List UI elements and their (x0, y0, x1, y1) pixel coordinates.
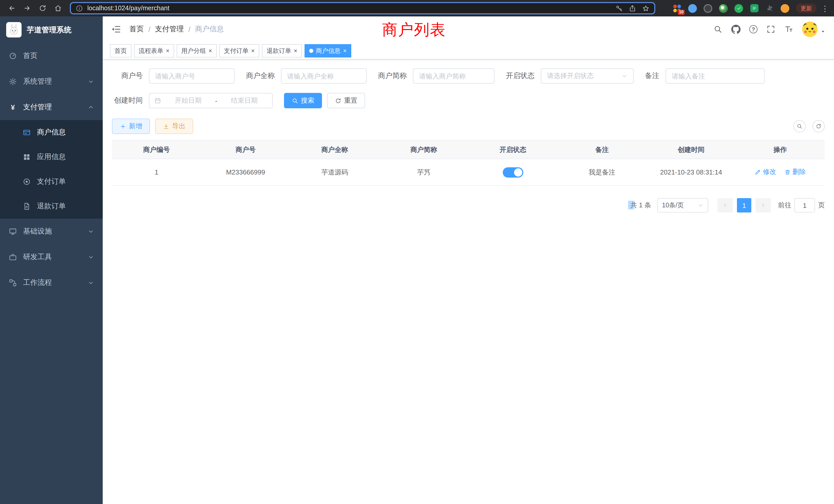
sidebar-item-workflow[interactable]: 工作流程 (0, 270, 103, 296)
status-label: 开启状态 (506, 71, 534, 81)
filter-form: 商户号 商户全称 商户简称 开启状态 请选择开启状态 (112, 68, 825, 117)
fullscreen-icon[interactable] (766, 25, 775, 34)
table-row: 1 M233666999 芋道源码 芋艿 我是备注 2021-10-23 08:… (112, 159, 825, 186)
page-number-1[interactable]: 1 (737, 198, 751, 212)
breadcrumb-item-home[interactable]: 首页 (129, 25, 144, 34)
sidebar-item-system[interactable]: 系统管理 (0, 69, 103, 94)
tab-refund-orders[interactable]: 退款订单 × (262, 44, 302, 57)
password-key-icon[interactable] (615, 4, 623, 12)
edit-link[interactable]: 修改 (755, 167, 776, 177)
goto-page: 前往 页 (778, 198, 825, 212)
column-header: 商户编号 (112, 140, 201, 159)
sidebar-fold-icon[interactable] (111, 24, 121, 35)
reset-button[interactable]: 重置 (327, 93, 365, 108)
screen: localhost:1024/pay/merchant 10 (0, 0, 834, 504)
add-button[interactable]: 新增 (112, 118, 150, 134)
remark-label: 备注 (645, 71, 659, 81)
extension-icon-green-book[interactable] (749, 3, 759, 13)
extension-icon-puzzle[interactable] (765, 3, 774, 13)
close-icon[interactable]: × (166, 47, 170, 54)
date-start-placeholder: 开始日期 (165, 96, 212, 105)
search-icon[interactable] (713, 25, 723, 34)
sidebar-item-home[interactable]: 首页 (0, 43, 103, 69)
sidebar-item-label: 研发工具 (23, 253, 52, 262)
extension-icon-orange-face[interactable] (780, 3, 790, 13)
extension-icon-green-check[interactable] (734, 3, 744, 13)
page-content: 商户号 商户全称 商户简称 开启状态 请选择开启状态 (103, 60, 834, 504)
prev-page-button[interactable] (718, 198, 733, 212)
extension-icon-multicolor[interactable] (719, 3, 728, 13)
home-button[interactable] (51, 2, 65, 15)
url-text[interactable]: localhost:1024/pay/merchant (87, 5, 610, 12)
back-button[interactable] (5, 2, 19, 15)
toggle-search-button[interactable] (793, 120, 806, 132)
close-icon[interactable]: × (294, 47, 297, 54)
column-header: 创建时间 (646, 140, 736, 159)
extension-icon-colorful[interactable]: 10 (672, 3, 682, 13)
close-icon[interactable]: × (343, 47, 347, 54)
filter-status: 开启状态 请选择开启状态 (506, 68, 634, 84)
site-info-icon[interactable] (75, 4, 83, 12)
sidebar-item-app-info[interactable]: 应用信息 (0, 145, 103, 169)
tab-user-group[interactable]: 用户分组 × (177, 44, 217, 57)
sidebar-item-label: 商户信息 (37, 128, 66, 137)
close-icon[interactable]: × (208, 47, 212, 54)
short-name-input[interactable] (413, 68, 495, 84)
tags-view-bar: 首页 流程表单 × 用户分组 × 支付订单 × 退款订单 × 商户信息 × (103, 42, 834, 60)
sidebar-item-label: 首页 (23, 51, 38, 61)
browser-menu-icon[interactable]: ⋮ (821, 4, 829, 12)
tab-home[interactable]: 首页 (110, 44, 131, 57)
sidebar-item-infrastructure[interactable]: 基础设施 (0, 219, 103, 244)
chevron-down-icon (697, 202, 704, 208)
cell-full-name: 芋道源码 (290, 159, 379, 186)
delete-link[interactable]: 删除 (784, 167, 806, 177)
forward-button[interactable] (21, 2, 34, 15)
extensions-area: 10 更新 ⋮ (661, 3, 829, 13)
user-avatar-menu[interactable] (802, 22, 826, 37)
sidebar-item-payment[interactable]: ¥ 支付管理 (0, 94, 103, 120)
github-icon[interactable] (731, 25, 741, 34)
tab-merchant-info[interactable]: 商户信息 × (305, 44, 351, 57)
tab-process-form[interactable]: 流程表单 × (134, 44, 174, 57)
toolbox-icon (9, 253, 17, 261)
filter-create-time: 创建时间 开始日期 - 结束日期 (112, 93, 273, 108)
status-select[interactable]: 请选择开启状态 (541, 68, 634, 84)
sidebar-item-label: 基础设施 (23, 227, 52, 236)
calendar-icon (154, 97, 161, 104)
help-icon[interactable]: ? (749, 25, 758, 33)
breadcrumb-separator: / (189, 25, 191, 33)
avatar (802, 22, 817, 37)
table-tools (793, 120, 825, 132)
search-button[interactable]: 搜索 (284, 93, 322, 108)
sidebar-item-pay-orders[interactable]: 支付订单 (0, 169, 103, 194)
column-header: 商户号 (201, 140, 290, 159)
remark-input[interactable] (665, 68, 765, 84)
page-size-select[interactable]: 10条/页 (657, 198, 708, 212)
column-header: 开启状态 (468, 140, 557, 159)
export-button[interactable]: 导出 (155, 118, 193, 134)
sidebar-item-merchant-info[interactable]: 商户信息 (0, 120, 103, 145)
sidebar-item-refund-orders[interactable]: 退款订单 (0, 194, 103, 219)
merchant-no-input[interactable] (149, 68, 235, 84)
browser-update-button[interactable]: 更新 (796, 4, 816, 13)
app-logo[interactable]: 芋道管理系统 (0, 17, 103, 43)
goto-page-input[interactable] (794, 198, 815, 212)
tab-pay-orders[interactable]: 支付订单 × (219, 44, 259, 57)
share-icon[interactable] (629, 4, 636, 12)
sidebar-item-dev-tools[interactable]: 研发工具 (0, 244, 103, 270)
next-page-button[interactable] (755, 198, 771, 212)
bookmark-star-icon[interactable] (642, 4, 650, 12)
gear-icon (9, 77, 17, 86)
font-size-icon[interactable] (784, 25, 793, 34)
refresh-table-button[interactable] (812, 120, 825, 132)
full-name-input[interactable] (281, 68, 367, 84)
status-toggle[interactable] (503, 167, 523, 177)
date-range-picker[interactable]: 开始日期 - 结束日期 (149, 93, 273, 108)
breadcrumb-item-payment[interactable]: 支付管理 (155, 25, 184, 34)
extension-icon-blue-drop[interactable] (688, 3, 697, 13)
close-icon[interactable]: × (251, 47, 255, 54)
address-bar[interactable]: localhost:1024/pay/merchant (70, 2, 655, 14)
reload-button[interactable] (36, 2, 49, 15)
extension-icon-dark-ring[interactable] (703, 3, 713, 13)
sidebar-item-label: 退款订单 (37, 202, 66, 211)
